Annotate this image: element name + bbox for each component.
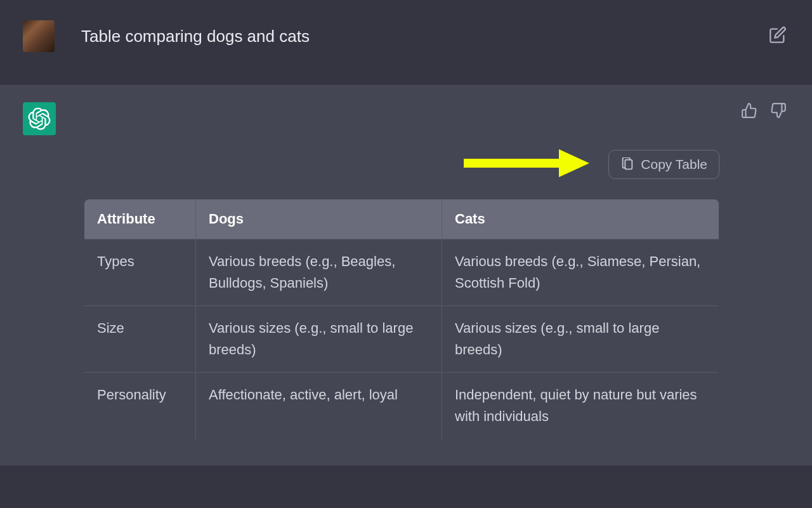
copy-table-label: Copy Table [641,157,707,172]
table-cell-cats: Independent, quiet by nature but varies … [442,373,719,439]
thumbs-down-icon [770,102,787,119]
feedback-buttons [738,100,789,124]
edit-button[interactable] [766,23,789,49]
edit-icon [769,26,787,44]
table-cell-cats: Various sizes (e.g., small to large bree… [442,306,719,373]
table-cell-cats: Various breeds (e.g., Siamese, Persian, … [442,239,719,306]
arrow-right-icon [464,145,591,181]
table-header-cats: Cats [442,199,719,239]
openai-logo-icon [28,107,51,130]
user-prompt-text: Table comparing dogs and cats [81,27,310,46]
user-message: Table comparing dogs and cats [0,0,812,84]
copy-row: Copy Table [84,145,719,184]
copy-icon [620,157,634,171]
thumbs-down-button[interactable] [768,100,789,124]
assistant-message: Copy Table Attribute Dogs Cats Types Var… [0,84,812,465]
table-header-dogs: Dogs [196,199,442,239]
table-row: Personality Affectionate, active, alert,… [84,373,719,439]
annotation-arrow [464,145,591,184]
svg-rect-2 [625,160,632,170]
assistant-avatar [23,102,56,135]
copy-table-button[interactable]: Copy Table [608,150,719,179]
thumbs-up-button[interactable] [738,100,760,124]
table-row: Types Various breeds (e.g., Beagles, Bul… [84,239,719,306]
table-header-attribute: Attribute [84,199,196,239]
thumbs-up-icon [741,102,757,119]
table-cell-attribute: Types [84,239,196,306]
table-header-row: Attribute Dogs Cats [84,199,719,239]
assistant-content: Copy Table Attribute Dogs Cats Types Var… [84,145,719,440]
table-row: Size Various sizes (e.g., small to large… [84,306,719,373]
table-cell-attribute: Size [84,306,196,373]
table-cell-attribute: Personality [84,373,196,439]
user-avatar [23,20,55,52]
table-cell-dogs: Various sizes (e.g., small to large bree… [196,306,442,373]
table-cell-dogs: Various breeds (e.g., Beagles, Bulldogs,… [196,239,442,306]
table-cell-dogs: Affectionate, active, alert, loyal [196,373,442,439]
svg-marker-1 [559,149,589,177]
comparison-table: Attribute Dogs Cats Types Various breeds… [84,199,719,440]
